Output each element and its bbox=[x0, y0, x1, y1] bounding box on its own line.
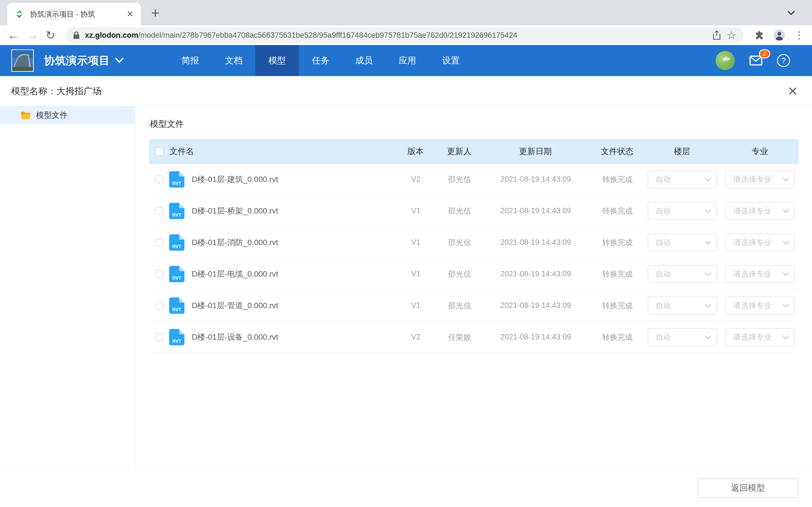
major-select-value: 请选择专业 bbox=[733, 300, 771, 311]
major-select[interactable]: 请选择专业 bbox=[725, 202, 795, 220]
nav-item-members[interactable]: 成员 bbox=[342, 45, 386, 76]
project-switch-chevron-icon bbox=[115, 57, 123, 64]
file-update-date: 2021-08-19 14:43:09 bbox=[479, 301, 592, 310]
site-favicon-icon bbox=[15, 9, 24, 19]
svg-text:RVT: RVT bbox=[172, 307, 181, 312]
file-status: 转换完成 bbox=[592, 206, 643, 216]
page-footer: 返回模型 bbox=[0, 469, 812, 507]
tab-title: 协筑演示项目 - 协筑 bbox=[30, 9, 121, 19]
major-select-value: 请选择专业 bbox=[733, 332, 771, 342]
floor-select-value: 自动 bbox=[656, 237, 671, 247]
chevron-down-icon bbox=[705, 175, 711, 181]
row-checkbox[interactable] bbox=[155, 302, 163, 309]
back-button[interactable]: ← bbox=[7, 29, 19, 41]
floor-select[interactable]: 自动 bbox=[648, 170, 717, 188]
table-row: RVT D楼-01层-电缆_0.000.rvt V1 邵光信 2021-08-1… bbox=[149, 258, 799, 290]
floor-select-value: 自动 bbox=[656, 206, 671, 216]
chevron-down-icon bbox=[783, 301, 789, 307]
major-select-value: 请选择专业 bbox=[733, 206, 771, 216]
row-checkbox[interactable] bbox=[155, 175, 163, 183]
main-nav: 简报 文档 模型 任务 成员 应用 设置 bbox=[168, 45, 472, 76]
forward-button[interactable]: → bbox=[27, 29, 38, 41]
file-status: 转换完成 bbox=[592, 332, 643, 342]
browser-menu-icon[interactable]: ⋮ bbox=[794, 29, 805, 41]
file-name[interactable]: D楼-01层-桥架_0.000.rvt bbox=[192, 206, 278, 216]
floor-select[interactable]: 自动 bbox=[648, 297, 717, 315]
row-checkbox[interactable] bbox=[155, 238, 163, 246]
messages-button[interactable]: 2 bbox=[749, 55, 762, 66]
major-select[interactable]: 请选择专业 bbox=[725, 233, 795, 251]
table-row: RVT D楼-01层-消防_0.000.rvt V1 邵光信 2021-08-1… bbox=[149, 227, 799, 258]
chevron-down-icon bbox=[783, 333, 789, 339]
floor-select[interactable]: 自动 bbox=[648, 265, 717, 283]
nav-item-apps[interactable]: 应用 bbox=[386, 45, 429, 76]
back-to-model-button[interactable]: 返回模型 bbox=[698, 478, 799, 498]
table-body: RVT D楼-01层-建筑_0.000.rvt V2 邵光信 2021-08-1… bbox=[149, 164, 799, 353]
nav-item-documents[interactable]: 文档 bbox=[212, 45, 255, 76]
row-checkbox[interactable] bbox=[155, 207, 163, 215]
floor-select-value: 自动 bbox=[656, 269, 671, 279]
sidebar-item-model-files[interactable]: 模型文件 bbox=[0, 107, 135, 124]
floor-select[interactable]: 自动 bbox=[648, 202, 717, 220]
reload-button[interactable]: ↻ bbox=[46, 30, 55, 41]
file-name[interactable]: D楼-01层-建筑_0.000.rvt bbox=[192, 174, 278, 185]
nav-item-tasks[interactable]: 任务 bbox=[299, 45, 342, 76]
nav-item-models[interactable]: 模型 bbox=[255, 45, 299, 76]
file-name[interactable]: D楼-01层-设备_0.000.rvt bbox=[192, 332, 278, 342]
select-all-checkbox[interactable] bbox=[156, 148, 163, 156]
rvt-file-icon: RVT bbox=[169, 329, 185, 345]
browser-profile-avatar[interactable] bbox=[773, 29, 785, 41]
browser-tab[interactable]: 协筑演示项目 - 协筑 ✕ bbox=[7, 3, 141, 25]
floor-select-value: 自动 bbox=[656, 174, 671, 184]
svg-text:RVT: RVT bbox=[172, 181, 181, 186]
help-button[interactable]: ? bbox=[777, 54, 790, 67]
major-select[interactable]: 请选择专业 bbox=[725, 170, 795, 188]
file-updater: 任荣姣 bbox=[440, 332, 479, 342]
message-count-badge: 2 bbox=[759, 49, 770, 58]
new-tab-button[interactable]: + bbox=[151, 6, 160, 20]
share-icon[interactable] bbox=[712, 30, 721, 40]
extensions-puzzle-icon[interactable] bbox=[754, 30, 765, 41]
row-checkbox[interactable] bbox=[155, 270, 163, 278]
svg-text:RVT: RVT bbox=[172, 244, 181, 249]
chevron-down-icon bbox=[705, 238, 711, 244]
file-name[interactable]: D楼-01层-消防_0.000.rvt bbox=[192, 237, 278, 248]
user-avatar[interactable] bbox=[716, 51, 735, 70]
table-header: 文件名 版本 更新人 更新日期 文件状态 楼层 专业 bbox=[149, 139, 799, 164]
file-name[interactable]: D楼-01层-电缆_0.000.rvt bbox=[192, 269, 278, 279]
browser-toolbar: ← → ↻ xz.glodon.com/model/main/278b7967e… bbox=[0, 25, 812, 45]
file-update-date: 2021-08-19 14:43:09 bbox=[479, 207, 592, 215]
floor-select[interactable]: 自动 bbox=[648, 328, 717, 346]
file-version: V1 bbox=[392, 207, 440, 215]
project-title[interactable]: 协筑演示项目 bbox=[44, 54, 123, 68]
address-bar[interactable]: xz.glodon.com/model/main/278b7967ebba470… bbox=[65, 27, 744, 43]
file-updater: 邵光信 bbox=[440, 206, 479, 216]
nav-item-briefing[interactable]: 简报 bbox=[168, 45, 212, 76]
file-status: 转换完成 bbox=[592, 269, 643, 279]
chevron-down-icon bbox=[705, 270, 711, 276]
tab-search-chevron-icon[interactable] bbox=[785, 7, 797, 18]
app-header: 协筑演示项目 简报 文档 模型 任务 成员 应用 设置 2 ? bbox=[0, 45, 812, 76]
tab-close-icon[interactable]: ✕ bbox=[126, 10, 134, 18]
sidebar-item-label: 模型文件 bbox=[36, 110, 68, 121]
nav-item-settings[interactable]: 设置 bbox=[429, 45, 472, 76]
major-select[interactable]: 请选择专业 bbox=[725, 297, 795, 315]
major-select[interactable]: 请选择专业 bbox=[725, 265, 795, 283]
col-header-status: 文件状态 bbox=[592, 146, 643, 157]
file-version: V2 bbox=[392, 175, 440, 184]
chevron-down-icon bbox=[705, 207, 711, 213]
file-updater: 邵光信 bbox=[440, 300, 479, 311]
major-select[interactable]: 请选择专业 bbox=[725, 328, 795, 346]
close-panel-icon[interactable]: ✕ bbox=[788, 85, 798, 98]
file-update-date: 2021-08-19 14:43:09 bbox=[479, 333, 592, 341]
file-status: 转换完成 bbox=[592, 300, 643, 311]
table-row: RVT D楼-01层-建筑_0.000.rvt V2 邵光信 2021-08-1… bbox=[149, 164, 799, 195]
bookmark-star-icon[interactable]: ☆ bbox=[726, 30, 737, 41]
floor-select[interactable]: 自动 bbox=[648, 233, 717, 251]
row-checkbox[interactable] bbox=[155, 333, 163, 341]
major-select-value: 请选择专业 bbox=[733, 174, 771, 184]
chevron-down-icon bbox=[783, 270, 789, 276]
file-name[interactable]: D楼-01层-管道_0.000.rvt bbox=[192, 300, 278, 311]
table-row: RVT D楼-01层-桥架_0.000.rvt V1 邵光信 2021-08-1… bbox=[149, 195, 799, 227]
header-right: 2 ? bbox=[716, 51, 812, 70]
